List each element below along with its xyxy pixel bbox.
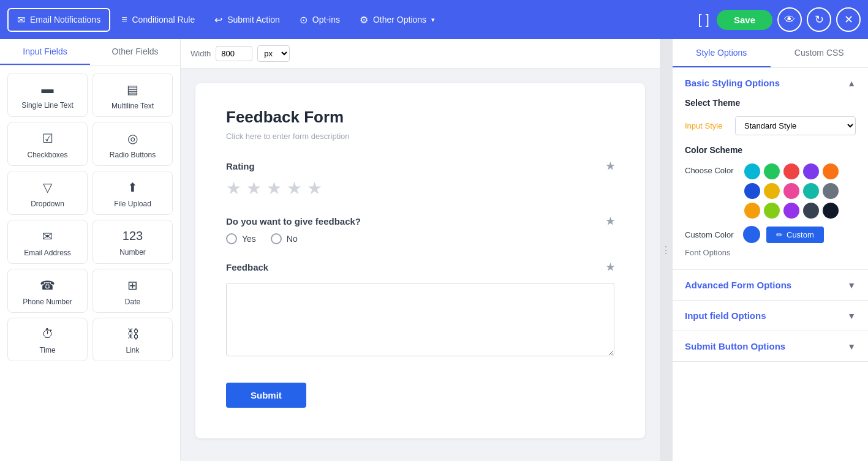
time-icon: ⏱ [42, 327, 54, 341]
bracket-icon[interactable]: [ ] [698, 12, 709, 28]
file-upload-icon: ⬆ [127, 180, 138, 195]
color-swatch[interactable] [823, 183, 839, 199]
input-style-row: Input Style Standard StyleFlat StyleBord… [685, 116, 856, 135]
left-tabs: Input Fields Other Fields [0, 39, 180, 66]
width-input[interactable] [216, 46, 252, 61]
accordion-basic-styling-body: Select Theme Input Style Standard StyleF… [673, 98, 868, 269]
choose-color-row: Choose Color [685, 163, 856, 219]
chevron-down-icon: ▾ [431, 16, 435, 24]
nav-other-options[interactable]: ⚙ Other Options ▾ [351, 9, 443, 31]
color-swatches [744, 163, 855, 219]
chevron-down-icon-3: ▼ [847, 311, 856, 321]
field-rating: Rating ★ ★ ★ ★ ★ ★ [226, 160, 614, 198]
font-options-hint: Font Options [685, 243, 856, 260]
color-swatch[interactable] [823, 163, 839, 179]
field-item-multiline-text[interactable]: ▤Multiline Text [92, 73, 173, 117]
field-item-email-address[interactable]: ✉Email Address [7, 220, 88, 264]
custom-color-row: Custom Color ✏ Custom [685, 226, 856, 243]
nav-email-notifications[interactable]: ✉ Email Notifications [7, 8, 110, 32]
field-item-time[interactable]: ⏱Time [7, 318, 88, 361]
color-swatch[interactable] [803, 183, 819, 199]
nav-conditional-label: Conditional Rule [132, 15, 195, 24]
link-icon: ⛓ [127, 327, 139, 341]
accordion-advanced-form-header[interactable]: Advanced Form Options ▼ [673, 270, 868, 300]
color-swatch[interactable] [783, 183, 799, 199]
form-canvas: Feedback Form Click here to enter form d… [181, 69, 660, 461]
nav-opt-ins[interactable]: ⊙ Opt-ins [291, 9, 349, 31]
nav-email-label: Email Notifications [30, 15, 100, 24]
form-card: Feedback Form Click here to enter form d… [195, 83, 645, 438]
custom-btn-label: Custom [787, 230, 814, 239]
field-item-dropdown[interactable]: ▽Dropdown [7, 171, 88, 215]
color-swatch[interactable] [764, 163, 780, 179]
field-item-file-upload[interactable]: ⬆File Upload [92, 171, 173, 215]
save-button[interactable]: Save [717, 10, 772, 30]
date-icon: ⊞ [127, 278, 138, 293]
field-item-single-line-text[interactable]: ▬Single Line Text [7, 73, 88, 117]
required-star-2: ★ [606, 216, 614, 227]
color-swatch[interactable] [744, 163, 760, 179]
field-feedback: Feedback ★ [226, 261, 614, 358]
unit-select[interactable]: px%em [257, 45, 290, 62]
color-scheme-label: Color Scheme [685, 145, 856, 155]
feedback-textarea[interactable] [226, 283, 614, 356]
color-swatch[interactable] [803, 163, 819, 179]
custom-color-swatch[interactable] [743, 226, 760, 243]
chevron-up-icon: ▲ [847, 78, 856, 88]
color-swatch[interactable] [744, 203, 760, 219]
field-feedback-question: Do you want to give feedback? ★ Yes No [226, 216, 614, 244]
color-swatch[interactable] [803, 203, 819, 219]
color-swatch[interactable] [744, 183, 760, 199]
accordion-basic-styling-header[interactable]: Basic Styling Options ▲ [673, 68, 868, 98]
accordion-input-field: Input field Options ▼ [673, 301, 868, 331]
field-item-link[interactable]: ⛓Link [92, 318, 173, 361]
star-rating[interactable]: ★ ★ ★ ★ ★ [226, 178, 614, 198]
required-star: ★ [606, 160, 614, 172]
color-swatch[interactable] [764, 203, 780, 219]
field-item-checkboxes[interactable]: ☑Checkboxes [7, 122, 88, 166]
eye-icon-button[interactable]: 👁 [777, 7, 802, 32]
rating-label: Rating ★ [226, 160, 614, 172]
main-layout: Input Fields Other Fields ▬Single Line T… [0, 39, 868, 461]
radio-no[interactable]: No [271, 233, 298, 244]
accordion-advanced-form: Advanced Form Options ▼ [673, 270, 868, 301]
right-panel: Style Options Custom CSS Basic Styling O… [672, 39, 868, 461]
multiline-text-icon: ▤ [127, 82, 138, 97]
color-swatch[interactable] [823, 203, 839, 219]
chevron-down-icon-2: ▼ [847, 280, 856, 290]
tab-other-fields[interactable]: Other Fields [90, 39, 180, 65]
nav-conditional-rule[interactable]: ≡ Conditional Rule [113, 9, 203, 30]
feedback-label: Feedback ★ [226, 261, 614, 273]
input-style-select[interactable]: Standard StyleFlat StyleBordered Style [735, 116, 856, 135]
field-item-date[interactable]: ⊞Date [92, 269, 173, 313]
custom-color-button[interactable]: ✏ Custom [766, 227, 824, 243]
top-nav: ✉ Email Notifications ≡ Conditional Rule… [0, 0, 868, 39]
accordion-submit-button-header[interactable]: Submit Button Options ▼ [673, 331, 868, 361]
radio-buttons-icon: ◎ [127, 131, 138, 146]
field-item-number[interactable]: 123Number [92, 220, 173, 264]
refresh-icon-button[interactable]: ↻ [807, 7, 831, 32]
radio-yes[interactable]: Yes [226, 233, 256, 244]
right-tabs: Style Options Custom CSS [673, 39, 868, 68]
chevron-down-icon-4: ▼ [847, 342, 856, 351]
resize-handle[interactable]: ⋮ [660, 39, 672, 461]
input-style-label: Input Style [685, 121, 728, 130]
submit-icon: ↩ [214, 14, 222, 26]
accordion-basic-styling: Basic Styling Options ▲ Select Theme Inp… [673, 68, 868, 270]
tab-style-options[interactable]: Style Options [673, 39, 771, 67]
tab-custom-css[interactable]: Custom CSS [771, 39, 869, 67]
submit-button[interactable]: Submit [226, 383, 306, 408]
color-swatch[interactable] [783, 203, 799, 219]
field-item-phone-number[interactable]: ☎Phone Number [7, 269, 88, 313]
field-item-radio-buttons[interactable]: ◎Radio Buttons [92, 122, 173, 166]
color-swatch[interactable] [783, 163, 799, 179]
required-star-3: ★ [606, 261, 614, 273]
tab-input-fields[interactable]: Input Fields [0, 39, 90, 65]
form-title[interactable]: Feedback Form [226, 108, 614, 127]
color-swatch[interactable] [764, 183, 780, 199]
accordion-input-field-header[interactable]: Input field Options ▼ [673, 301, 868, 331]
nav-submit-action[interactable]: ↩ Submit Action [206, 9, 289, 31]
form-description[interactable]: Click here to enter form description [226, 132, 614, 141]
close-icon-button[interactable]: ✕ [836, 7, 861, 32]
gear-icon: ⚙ [360, 14, 368, 26]
